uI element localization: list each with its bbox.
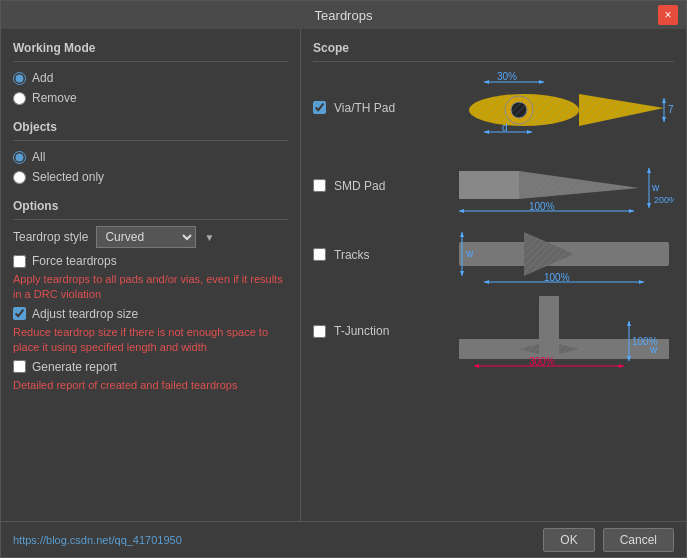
smd-diagram: w 200% 100%: [454, 153, 674, 218]
tracks-diagram-container: w 100%: [412, 222, 674, 287]
left-panel: Working Mode Add Remove Objects All: [1, 29, 301, 521]
scope-header: Scope: [313, 37, 674, 62]
add-label: Add: [32, 71, 53, 85]
dropdown-arrow-icon: ▼: [204, 232, 214, 243]
track-w-text: w: [465, 248, 474, 259]
right-panel: Scope Via/TH Pad: [301, 29, 686, 521]
all-radio-row[interactable]: All: [13, 147, 288, 167]
tracks-item: Tracks: [313, 222, 674, 287]
add-radio-row[interactable]: Add: [13, 68, 288, 88]
objects-header: Objects: [13, 116, 288, 141]
svg-marker-9: [539, 80, 544, 84]
tjunction-checkbox[interactable]: [313, 325, 326, 338]
generate-report-checkbox[interactable]: [13, 360, 26, 373]
svg-marker-25: [629, 209, 634, 213]
tracks-checkbox[interactable]: [313, 248, 326, 261]
via-pct70-text: 70%: [668, 104, 674, 115]
remove-radio[interactable]: [13, 92, 26, 105]
svg-rect-38: [539, 296, 559, 341]
svg-point-5: [469, 94, 579, 126]
objects-section: Objects All Selected only: [13, 116, 288, 187]
svg-marker-11: [662, 98, 666, 103]
svg-marker-29: [524, 232, 574, 276]
adjust-size-row[interactable]: Adjust teardrop size: [13, 307, 288, 321]
selected-label: Selected only: [32, 170, 104, 184]
add-radio[interactable]: [13, 72, 26, 85]
generate-report-row[interactable]: Generate report: [13, 360, 288, 374]
svg-marker-32: [460, 271, 464, 276]
force-teardrops-label: Force teardrops: [32, 254, 117, 268]
working-mode-section: Working Mode Add Remove: [13, 37, 288, 108]
dialog-body: Working Mode Add Remove Objects All: [1, 29, 686, 521]
generate-report-label: Generate report: [32, 360, 117, 374]
all-radio[interactable]: [13, 151, 26, 164]
working-mode-header: Working Mode: [13, 37, 288, 62]
tracks-label: Tracks: [334, 248, 404, 262]
svg-marker-31: [460, 232, 464, 237]
svg-marker-14: [484, 130, 489, 134]
adjust-size-label: Adjust teardrop size: [32, 307, 138, 321]
tjunction-item: T-Junction: [313, 291, 674, 371]
smd-item: SMD Pad: [313, 153, 674, 218]
adjust-size-subtext: Reduce teardrop size if there is not eno…: [13, 325, 288, 356]
close-button[interactable]: ×: [658, 5, 678, 25]
via-d-text: d: [502, 122, 508, 133]
tjunction-diagram-container: 100% w 300%: [412, 291, 674, 371]
svg-marker-12: [662, 117, 666, 122]
all-label: All: [32, 150, 45, 164]
svg-marker-19: [519, 171, 639, 199]
svg-marker-35: [639, 280, 644, 284]
via-diagram-container: 30% 70% d: [412, 70, 674, 145]
svg-marker-48: [619, 364, 624, 368]
via-pct30-text: 30%: [497, 71, 517, 82]
tjunction-diagram: 100% w 300%: [454, 291, 674, 371]
teardrop-style-label: Teardrop style: [13, 230, 88, 244]
dialog-title: Teardrops: [29, 8, 658, 23]
tjunc-pct300-text: 300%: [529, 356, 555, 367]
footer-link: https://blog.csdn.net/qq_41701950: [13, 534, 535, 546]
smd-diagram-container: w 200% 100%: [412, 153, 674, 218]
svg-marker-15: [527, 130, 532, 134]
dialog-footer: https://blog.csdn.net/qq_41701950 OK Can…: [1, 521, 686, 557]
svg-marker-34: [484, 280, 489, 284]
smd-w-text: w: [651, 182, 660, 193]
svg-marker-44: [627, 321, 631, 326]
generate-report-subtext: Detailed report of created and failed te…: [13, 378, 288, 393]
smd-pct100-text: 100%: [529, 201, 555, 212]
tjunc-w-text: w: [649, 344, 658, 355]
remove-radio-row[interactable]: Remove: [13, 88, 288, 108]
options-header: Options: [13, 195, 288, 220]
tjunction-label: T-Junction: [334, 324, 404, 338]
svg-rect-17: [459, 171, 519, 199]
smd-label: SMD Pad: [334, 179, 404, 193]
force-teardrops-row[interactable]: Force teardrops: [13, 254, 288, 268]
selected-radio-row[interactable]: Selected only: [13, 167, 288, 187]
ok-button[interactable]: OK: [543, 528, 594, 552]
teardrop-style-select[interactable]: Curved Straight Beveled: [96, 226, 196, 248]
svg-marker-6: [579, 94, 664, 126]
svg-marker-24: [459, 209, 464, 213]
force-teardrops-checkbox[interactable]: [13, 255, 26, 268]
remove-label: Remove: [32, 91, 77, 105]
selected-radio[interactable]: [13, 171, 26, 184]
smd-checkbox[interactable]: [313, 179, 326, 192]
cancel-button[interactable]: Cancel: [603, 528, 674, 552]
force-teardrops-subtext: Apply teardrops to all pads and/or vias,…: [13, 272, 288, 303]
via-th-label: Via/TH Pad: [334, 101, 404, 115]
adjust-size-checkbox[interactable]: [13, 307, 26, 320]
via-diagram: 30% 70% d: [454, 70, 674, 145]
svg-marker-22: [647, 203, 651, 208]
svg-marker-47: [474, 364, 479, 368]
track-pct100-text: 100%: [544, 272, 570, 283]
svg-marker-8: [484, 80, 489, 84]
via-th-checkbox[interactable]: [313, 101, 326, 114]
options-section: Options Teardrop style Curved Straight B…: [13, 195, 288, 393]
teardrop-style-row: Teardrop style Curved Straight Beveled ▼: [13, 226, 288, 248]
teardrops-dialog: Teardrops × Working Mode Add Remove Obje…: [0, 0, 687, 558]
smd-pct200-text: 200%: [654, 195, 674, 205]
svg-marker-21: [647, 168, 651, 173]
track-diagram: w 100%: [454, 222, 674, 287]
title-bar: Teardrops ×: [1, 1, 686, 29]
via-th-item: Via/TH Pad: [313, 70, 674, 145]
